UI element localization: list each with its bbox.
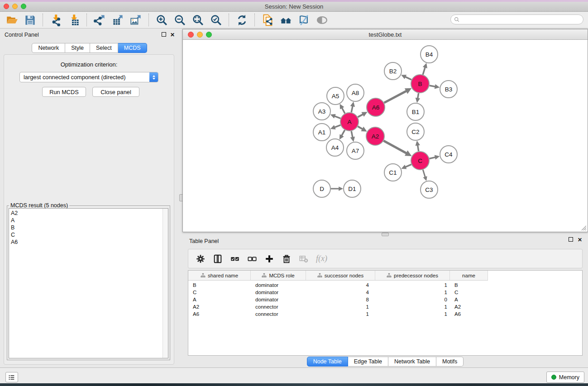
- tab-edge-table[interactable]: Edge Table: [348, 357, 388, 367]
- zoom-in-button[interactable]: [153, 13, 171, 27]
- tab-node-table[interactable]: Node Table: [307, 357, 348, 367]
- cell[interactable]: 1: [306, 303, 375, 310]
- table-close-icon[interactable]: ✕: [578, 237, 582, 243]
- zoom-out-button[interactable]: [171, 13, 189, 27]
- cell[interactable]: C: [450, 289, 488, 296]
- close-panel-button[interactable]: Close panel: [92, 87, 139, 97]
- tab-select[interactable]: Select: [90, 43, 118, 53]
- search-input[interactable]: [462, 15, 583, 24]
- task-history-button[interactable]: [5, 372, 18, 382]
- search-box[interactable]: [450, 14, 583, 24]
- column-width-button[interactable]: [212, 253, 224, 265]
- network-view-window[interactable]: testGlobe.txt B4B2BB3A8A5A6A3B1AA1C2A2A4…: [182, 29, 588, 232]
- close-panel-icon[interactable]: ✕: [170, 32, 175, 38]
- graph-edge-A-A8[interactable]: [351, 106, 353, 113]
- import-network-button[interactable]: [47, 13, 65, 27]
- zoom-selected-button[interactable]: [207, 13, 225, 27]
- app-titlebar[interactable]: Session: New Session: [0, 2, 588, 12]
- cell[interactable]: 4: [306, 281, 375, 289]
- tab-mcds[interactable]: MCDS: [118, 43, 147, 53]
- cell[interactable]: dominator: [251, 289, 306, 296]
- new-network-from-selection-button[interactable]: [258, 13, 277, 27]
- criterion-dropdown[interactable]: largest connected component (directed): [19, 72, 158, 82]
- cell[interactable]: connector: [251, 303, 306, 310]
- column-header-name[interactable]: name: [450, 271, 488, 281]
- mcds-result-item[interactable]: A: [11, 217, 168, 224]
- cell[interactable]: A2: [188, 303, 251, 310]
- export-table-button[interactable]: [109, 13, 127, 27]
- graph-edge-B-B3[interactable]: [430, 86, 436, 87]
- network-canvas[interactable]: B4B2BB3A8A5A6A3B1AA1C2A2A4A7C4CC1C3DD1: [183, 40, 588, 232]
- scrollbar-track[interactable]: [163, 209, 168, 358]
- memory-button[interactable]: Memory: [546, 372, 584, 383]
- mcds-result-list[interactable]: A2ABCA6: [9, 208, 168, 358]
- mcds-result-item[interactable]: C: [11, 231, 168, 238]
- hide-selected-button[interactable]: [295, 13, 313, 27]
- cell[interactable]: 0: [375, 296, 450, 303]
- open-folder-button[interactable]: [3, 13, 21, 27]
- graph-edge-A2-C[interactable]: [383, 141, 406, 153]
- first-neighbors-button[interactable]: [277, 13, 295, 27]
- graph-edge-B-B1[interactable]: [418, 93, 419, 99]
- table-row[interactable]: Cdominator41C: [188, 289, 582, 296]
- cell[interactable]: 8: [306, 296, 375, 303]
- refresh-button[interactable]: [233, 13, 251, 27]
- column-header-successor-nodes[interactable]: successor nodes: [306, 271, 375, 281]
- graph-edge-C-C2[interactable]: [418, 145, 419, 151]
- network-graph[interactable]: B4B2BB3A8A5A6A3B1AA1C2A2A4A7C4CC1C3DD1: [183, 40, 588, 231]
- graph-edge-B-B4[interactable]: [423, 67, 425, 75]
- export-image-button[interactable]: [127, 13, 145, 27]
- table-row[interactable]: A2connector11A2: [188, 303, 582, 310]
- cell[interactable]: dominator: [251, 296, 306, 303]
- cell[interactable]: 1: [375, 281, 450, 289]
- add-column-button[interactable]: [263, 253, 275, 265]
- graph-edge-A-A4[interactable]: [341, 130, 344, 136]
- delete-columns-button[interactable]: [281, 253, 292, 265]
- graph-edge-A-A6[interactable]: [358, 114, 363, 117]
- tab-style[interactable]: Style: [65, 43, 90, 53]
- graph-edge-A-A2[interactable]: [358, 126, 363, 129]
- network-window-titlebar[interactable]: testGlobe.txt: [183, 29, 588, 40]
- show-columns-button[interactable]: [229, 253, 241, 265]
- zoom-fit-button[interactable]: [189, 13, 207, 27]
- cell[interactable]: A6: [188, 310, 251, 318]
- run-mcds-button[interactable]: Run MCDS: [42, 87, 86, 97]
- table-row[interactable]: A6connector11A6: [188, 310, 582, 318]
- cell[interactable]: dominator: [251, 281, 306, 289]
- cell[interactable]: A6: [450, 310, 488, 318]
- graph-edge-C-C4[interactable]: [429, 157, 435, 158]
- cell[interactable]: 1: [375, 310, 450, 318]
- cell[interactable]: A: [188, 296, 251, 303]
- tab-network-table[interactable]: Network Table: [388, 357, 436, 367]
- graph-edge-A-A1[interactable]: [334, 125, 340, 127]
- float-panel-icon[interactable]: [162, 32, 166, 38]
- cell[interactable]: connector: [251, 310, 306, 318]
- tab-network[interactable]: Network: [32, 43, 65, 53]
- table-row[interactable]: Adominator80A: [188, 296, 582, 303]
- cell[interactable]: B: [188, 281, 251, 289]
- graph-edge-C-C3[interactable]: [423, 170, 425, 177]
- mcds-result-item[interactable]: A6: [11, 238, 168, 246]
- table-row[interactable]: Bdominator41B: [188, 281, 582, 289]
- cell[interactable]: 4: [306, 289, 375, 296]
- cell[interactable]: B: [450, 281, 488, 289]
- settings-gear-button[interactable]: [195, 253, 206, 265]
- hide-columns-button[interactable]: [246, 253, 258, 265]
- cell[interactable]: A2: [450, 303, 488, 310]
- tab-motifs[interactable]: Motifs: [436, 357, 464, 367]
- column-header-shared-name[interactable]: shared name: [188, 271, 251, 281]
- mcds-result-item[interactable]: B: [11, 224, 168, 231]
- column-header-predecessor-nodes[interactable]: predecessor nodes: [375, 271, 450, 281]
- cell[interactable]: A: [450, 296, 488, 303]
- graph-edge-A-A3[interactable]: [334, 116, 340, 118]
- graph-edge-B-B2[interactable]: [405, 76, 411, 80]
- cell[interactable]: 1: [375, 289, 450, 296]
- show-all-button[interactable]: [313, 13, 331, 27]
- graph-edge-A-A7[interactable]: [351, 131, 353, 138]
- graph-edge-C-C1[interactable]: [405, 164, 411, 167]
- cell[interactable]: 1: [375, 303, 450, 310]
- graph-edge-A-A5[interactable]: [342, 108, 345, 114]
- table-float-icon[interactable]: [569, 237, 573, 243]
- import-table-button[interactable]: [65, 13, 83, 27]
- save-button[interactable]: [21, 13, 39, 27]
